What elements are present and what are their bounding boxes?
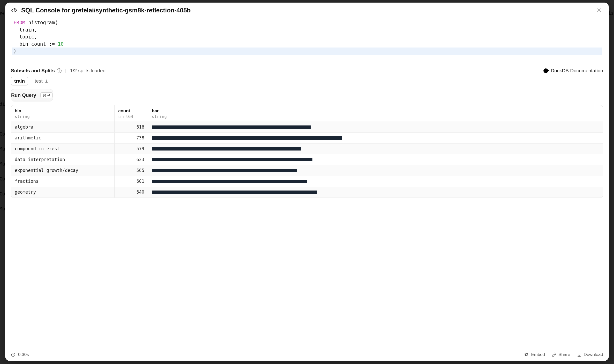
histogram-bar — [152, 158, 313, 161]
table-row[interactable]: fractions601 — [11, 176, 603, 187]
cell-bar — [148, 154, 603, 165]
cell-count: 565 — [114, 165, 148, 176]
code-icon — [11, 7, 18, 14]
share-label: Share — [558, 352, 570, 357]
cell-count: 616 — [114, 122, 148, 133]
embed-label: Embed — [531, 352, 545, 357]
download-label: Download — [584, 352, 603, 357]
cell-count: 623 — [114, 154, 148, 165]
modal-footer: 0.30s Embed Share Download — [5, 349, 609, 361]
code-keyword: FROM — [13, 20, 25, 25]
cell-count: 579 — [114, 143, 148, 154]
svg-rect-5 — [526, 354, 528, 356]
tab-train[interactable]: train — [11, 77, 28, 85]
code-text: ) — [13, 48, 16, 54]
splits-loaded: 1/2 splits loaded — [70, 68, 105, 74]
cell-count: 640 — [114, 187, 148, 197]
histogram-bar — [152, 125, 311, 129]
separator: | — [65, 68, 66, 74]
cell-bin: compound interest — [11, 143, 114, 154]
docs-link-label: DuckDB Documentation — [551, 68, 603, 74]
query-time: 0.30s — [18, 352, 29, 357]
cell-bin: arithmetic — [11, 132, 114, 143]
share-button[interactable]: Share — [552, 352, 570, 357]
table-row[interactable]: data interpretation623 — [11, 154, 603, 165]
cell-bar — [148, 176, 603, 187]
col-name: count — [118, 108, 130, 113]
tab-label: train — [14, 78, 25, 84]
code-text: topic, — [13, 34, 37, 39]
subsets-title-text: Subsets and Splits — [11, 68, 55, 74]
cell-bin: algebra — [11, 122, 114, 133]
sql-editor[interactable]: FROM histogram( train, topic, bin_count … — [11, 18, 603, 57]
code-text: histogram( — [25, 20, 58, 25]
table-row[interactable]: arithmetic738 — [11, 132, 603, 143]
modal-header: SQL Console for gretelai/synthetic-gsm8k… — [5, 3, 609, 18]
download-icon — [45, 79, 48, 83]
cell-bar — [148, 122, 603, 133]
code-text: bin_count := — [13, 41, 58, 47]
link-icon — [552, 352, 556, 357]
embed-icon — [524, 352, 529, 357]
column-header-count[interactable]: count uint64 — [114, 105, 148, 122]
cell-bin: fractions — [11, 176, 114, 187]
table-row[interactable]: compound interest579 — [11, 143, 603, 154]
download-button[interactable]: Download — [577, 352, 603, 357]
cell-bin: exponential growth/decay — [11, 165, 114, 176]
column-header-bin[interactable]: bin string — [11, 105, 114, 122]
histogram-bar — [152, 147, 301, 151]
histogram-bar — [152, 180, 307, 183]
keyboard-shortcut: ⌘ ↵ — [40, 92, 53, 98]
col-type: uint64 — [118, 114, 144, 119]
table-row[interactable]: algebra616 — [11, 122, 603, 133]
table-row[interactable]: exponential growth/decay565 — [11, 165, 603, 176]
tab-test[interactable]: test — [31, 77, 52, 85]
cell-count: 738 — [114, 132, 148, 143]
duckdb-docs-link[interactable]: DuckDB Documentation — [543, 68, 603, 74]
results-table: bin string count uint64 bar string — [11, 105, 603, 198]
split-tabs: train test — [11, 77, 603, 85]
histogram-bar — [152, 191, 317, 194]
svg-line-0 — [14, 8, 14, 12]
run-label: Run Query — [11, 92, 36, 98]
clock-icon — [11, 352, 16, 357]
cell-bar — [148, 143, 603, 154]
col-type: string — [152, 114, 600, 119]
histogram-bar — [152, 169, 297, 172]
cell-bin: data interpretation — [11, 154, 114, 165]
duckdb-icon — [543, 68, 548, 73]
cell-bar — [148, 187, 603, 197]
histogram-bar — [152, 136, 342, 140]
info-icon[interactable]: i — [57, 68, 62, 73]
modal-title: SQL Console for gretelai/synthetic-gsm8k… — [21, 7, 591, 14]
run-query-button[interactable]: Run Query ⌘ ↵ — [11, 89, 53, 101]
code-number: 10 — [58, 41, 64, 47]
table-row[interactable]: geometry640 — [11, 187, 603, 197]
column-header-bar[interactable]: bar string — [148, 105, 603, 122]
col-name: bin — [15, 108, 21, 113]
cell-bin: geometry — [11, 187, 114, 197]
subsets-section: Subsets and Splits i | 1/2 splits loaded… — [11, 63, 603, 198]
cell-bar — [148, 165, 603, 176]
embed-button[interactable]: Embed — [524, 352, 545, 357]
sql-console-modal: SQL Console for gretelai/synthetic-gsm8k… — [5, 3, 609, 361]
svg-rect-6 — [525, 353, 527, 355]
subsets-title: Subsets and Splits i — [11, 68, 62, 74]
tab-label: test — [35, 78, 43, 84]
col-type: string — [15, 114, 111, 119]
cell-bar — [148, 132, 603, 143]
close-button[interactable] — [595, 6, 603, 14]
col-name: bar — [152, 108, 159, 113]
code-text: train, — [13, 27, 37, 33]
download-icon — [577, 352, 581, 357]
cell-count: 601 — [114, 176, 148, 187]
